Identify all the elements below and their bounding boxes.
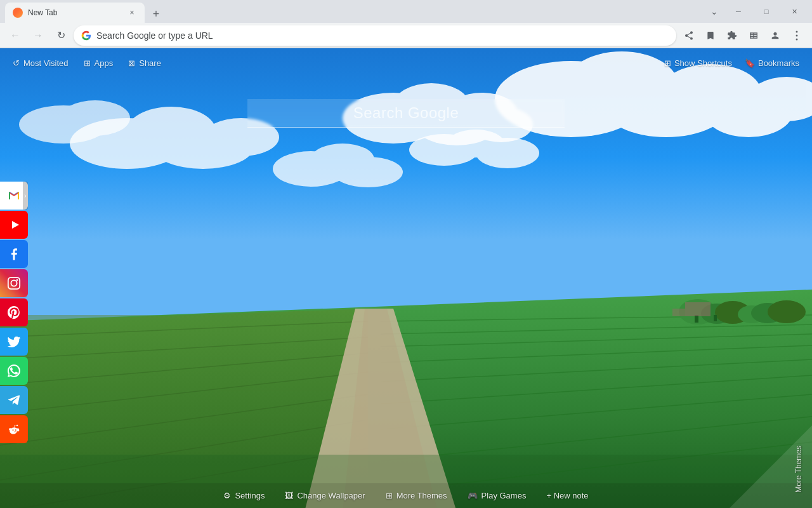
more-themes-label: More Themes bbox=[396, 491, 447, 500]
apps-icon: ⊞ bbox=[84, 58, 91, 68]
search-bar-overlay bbox=[247, 99, 565, 128]
svg-point-59 bbox=[16, 279, 18, 281]
sidebar-item-whatsapp[interactable] bbox=[0, 357, 28, 385]
wallpaper-icon: 🖼 bbox=[285, 491, 293, 500]
share-page-button[interactable] bbox=[679, 25, 699, 46]
url-text: Search Google or type a URL bbox=[96, 30, 669, 41]
address-bar: ← → ↻ Search Google or type a URL bbox=[0, 23, 812, 48]
apps-label: Apps bbox=[95, 58, 114, 68]
left-sidebar bbox=[0, 182, 28, 443]
new-tab-button[interactable]: + bbox=[147, 5, 165, 23]
bookmarks-item[interactable]: 🔖 Bookmarks bbox=[745, 58, 799, 68]
back-button[interactable]: ← bbox=[5, 25, 25, 46]
bottom-bar: ⚙ Settings 🖼 Change Wallpaper ⊞ More The… bbox=[0, 483, 812, 508]
google-logo-icon bbox=[81, 30, 91, 41]
share-label: Share bbox=[139, 58, 161, 68]
svg-point-49 bbox=[768, 300, 806, 323]
most-visited-item[interactable]: ↺ Most Visited bbox=[13, 58, 69, 68]
svg-point-21 bbox=[333, 157, 403, 187]
svg-rect-51 bbox=[714, 315, 717, 321]
search-input[interactable] bbox=[247, 99, 565, 128]
share-item[interactable]: ⊠ Share bbox=[128, 58, 161, 68]
maximize-button[interactable]: □ bbox=[754, 0, 779, 23]
menu-button[interactable] bbox=[787, 25, 807, 46]
svg-rect-53 bbox=[672, 309, 685, 316]
close-button[interactable]: ✕ bbox=[782, 0, 807, 23]
show-shortcuts-label: Show Shortcuts bbox=[674, 58, 732, 68]
tab-title: New Tab bbox=[28, 8, 122, 17]
more-themes-corner-button[interactable]: More Themes bbox=[730, 425, 812, 508]
refresh-button[interactable]: ↻ bbox=[51, 25, 71, 46]
bookmark-button[interactable] bbox=[700, 25, 721, 46]
svg-point-26 bbox=[60, 100, 130, 136]
svg-point-58 bbox=[11, 280, 16, 286]
show-shortcuts-item[interactable]: ⊞ Show Shortcuts bbox=[664, 58, 732, 68]
forward-button[interactable]: → bbox=[28, 25, 48, 46]
shortcuts-icon: ⊞ bbox=[664, 58, 671, 68]
new-note-label: + New note bbox=[546, 491, 588, 500]
window-controls: ─ □ ✕ bbox=[726, 0, 807, 23]
share-icon: ⊠ bbox=[128, 58, 135, 68]
tab-close-button[interactable]: × bbox=[127, 8, 137, 18]
right-toolbar: ⊞ Show Shortcuts 🔖 Bookmarks bbox=[664, 58, 799, 68]
tab-favicon bbox=[13, 8, 23, 18]
url-bar[interactable]: Search Google or type a URL bbox=[74, 25, 676, 46]
main-content: ↺ Most Visited ⊞ Apps ⊠ Share ⊞ Show Sho… bbox=[0, 48, 812, 508]
svg-point-1 bbox=[796, 34, 798, 36]
sidebar-item-twitter[interactable] bbox=[0, 328, 28, 356]
settings-label: Settings bbox=[235, 491, 265, 500]
minimize-button[interactable]: ─ bbox=[726, 0, 751, 23]
profile-button[interactable] bbox=[765, 25, 785, 46]
change-wallpaper-item[interactable]: 🖼 Change Wallpaper bbox=[285, 491, 365, 500]
more-themes-item[interactable]: ⊞ More Themes bbox=[386, 491, 447, 500]
split-view-button[interactable] bbox=[743, 25, 764, 46]
svg-point-2 bbox=[796, 38, 798, 40]
svg-rect-57 bbox=[8, 277, 20, 289]
svg-point-24 bbox=[476, 138, 539, 168]
sidebar-item-pinterest[interactable] bbox=[0, 298, 28, 326]
apps-item[interactable]: ⊞ Apps bbox=[84, 58, 114, 68]
more-themes-corner-label: More Themes bbox=[794, 446, 804, 493]
games-icon: 🎮 bbox=[468, 491, 478, 500]
extensions-button[interactable] bbox=[722, 25, 742, 46]
change-wallpaper-label: Change Wallpaper bbox=[297, 491, 365, 500]
active-tab[interactable]: New Tab × bbox=[5, 3, 145, 23]
browser-frame: New Tab × + ⌄ ─ □ ✕ ← → ↻ bbox=[0, 0, 812, 508]
most-visited-icon: ↺ bbox=[13, 58, 20, 68]
svg-point-0 bbox=[796, 30, 798, 32]
sidebar-collapse-button[interactable]: › bbox=[23, 182, 28, 210]
themes-icon: ⊞ bbox=[386, 491, 393, 500]
new-note-item[interactable]: + New note bbox=[546, 491, 588, 500]
sidebar-item-instagram[interactable] bbox=[0, 269, 28, 297]
sidebar-item-telegram[interactable] bbox=[0, 386, 28, 414]
tab-search-button[interactable]: ⌄ bbox=[705, 3, 723, 20]
sidebar-item-facebook[interactable] bbox=[0, 240, 28, 268]
sidebar-item-reddit[interactable] bbox=[0, 415, 28, 443]
title-bar: New Tab × + ⌄ ─ □ ✕ bbox=[0, 0, 812, 23]
settings-item[interactable]: ⚙ Settings bbox=[223, 491, 265, 500]
tab-strip: New Tab × + bbox=[5, 0, 703, 23]
bookmarks-icon: 🔖 bbox=[745, 58, 755, 68]
play-games-item[interactable]: 🎮 Play Games bbox=[468, 491, 527, 500]
bookmarks-label: Bookmarks bbox=[758, 58, 799, 68]
play-games-label: Play Games bbox=[481, 491, 527, 500]
most-visited-label: Most Visited bbox=[23, 58, 69, 68]
svg-rect-52 bbox=[685, 302, 710, 316]
sidebar-item-youtube[interactable] bbox=[0, 211, 28, 239]
settings-icon: ⚙ bbox=[223, 491, 231, 500]
address-actions bbox=[679, 25, 807, 46]
